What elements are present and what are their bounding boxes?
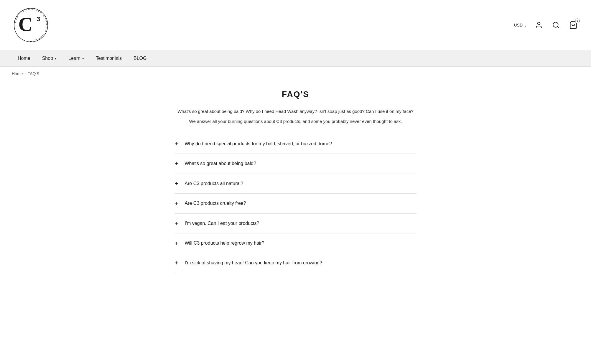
svg-point-2: [30, 41, 32, 42]
faq-intro-line2: We answer all your burning questions abo…: [175, 118, 417, 125]
faq-question-4: I'm vegan. Can I eat your products?: [185, 220, 259, 227]
faq-expand-icon-6: +: [175, 260, 181, 266]
faq-expand-icon-5: +: [175, 240, 181, 246]
cart-count: 0: [575, 19, 580, 23]
account-button[interactable]: [533, 19, 544, 31]
account-icon: [535, 21, 543, 29]
site-header: COMPREHENSIVE CRANIUM CARE C 3 USD ⌄: [0, 0, 591, 50]
nav-item-learn[interactable]: Learn ▾: [62, 50, 90, 66]
faq-expand-icon-2: +: [175, 181, 181, 187]
nav-shop-label: Shop: [42, 56, 53, 61]
faq-question-2: Are C3 products all natural?: [185, 180, 243, 187]
currency-label: USD: [514, 23, 523, 27]
faq-expand-icon-1: +: [175, 161, 181, 167]
svg-line-7: [557, 27, 559, 28]
svg-text:3: 3: [37, 15, 40, 23]
cart-button[interactable]: 0: [567, 19, 579, 31]
shop-chevron-icon: ▾: [55, 57, 57, 60]
faq-question-5: Will C3 products help regrow my hair?: [185, 240, 264, 246]
nav-item-shop[interactable]: Shop ▾: [36, 50, 62, 66]
faq-question-0: Why do I need special products for my ba…: [185, 141, 332, 147]
search-button[interactable]: [550, 19, 562, 31]
faq-expand-icon-3: +: [175, 200, 181, 206]
nav-item-blog[interactable]: BLOG: [128, 50, 152, 66]
nav-blog-label: BLOG: [134, 56, 146, 61]
header-actions: USD ⌄ 0: [514, 19, 579, 31]
faq-item-1[interactable]: + What's so great about being bald?: [175, 154, 417, 174]
main-content: FAQ'S What's so great about being bald? …: [163, 81, 428, 291]
breadcrumb-separator: ›: [24, 72, 26, 76]
faq-item-2[interactable]: + Are C3 products all natural?: [175, 174, 417, 194]
nav-learn-label: Learn: [68, 56, 80, 61]
currency-chevron-icon: ⌄: [524, 23, 527, 27]
faq-item-0[interactable]: + Why do I need special products for my …: [175, 134, 417, 154]
breadcrumb-home-link[interactable]: Home: [12, 71, 23, 76]
faq-expand-icon-4: +: [175, 220, 181, 226]
svg-point-5: [538, 22, 540, 25]
faq-item-4[interactable]: + I'm vegan. Can I eat your products?: [175, 214, 417, 233]
learn-chevron-icon: ▾: [82, 57, 84, 60]
nav-item-testimonials[interactable]: Testimonials: [90, 50, 128, 66]
logo[interactable]: COMPREHENSIVE CRANIUM CARE C 3: [12, 6, 50, 44]
faq-item-5[interactable]: + Will C3 products help regrow my hair?: [175, 233, 417, 253]
nav-home-label: Home: [18, 56, 30, 61]
svg-text:C: C: [18, 13, 33, 35]
faq-question-3: Are C3 products cruelty free?: [185, 200, 246, 207]
search-icon: [552, 21, 560, 29]
page-title: FAQ'S: [175, 90, 417, 99]
breadcrumb-current: FAQ'S: [27, 71, 39, 76]
faq-item-6[interactable]: + I'm sick of shaving my head! Can you k…: [175, 253, 417, 273]
breadcrumb: Home › FAQ'S: [0, 67, 591, 81]
currency-selector[interactable]: USD ⌄: [514, 23, 527, 27]
main-nav: Home Shop ▾ Learn ▾ Testimonials BLOG: [0, 50, 591, 67]
nav-testimonials-label: Testimonials: [96, 56, 122, 61]
faq-intro-line1: What's so great about being bald? Why do…: [175, 108, 417, 115]
logo-circle: COMPREHENSIVE CRANIUM CARE C 3: [12, 6, 50, 44]
faq-question-6: I'm sick of shaving my head! Can you kee…: [185, 260, 322, 266]
faq-question-1: What's so great about being bald?: [185, 160, 256, 167]
faq-item-3[interactable]: + Are C3 products cruelty free?: [175, 194, 417, 213]
faq-list: + Why do I need special products for my …: [175, 134, 417, 273]
nav-item-home[interactable]: Home: [12, 50, 36, 66]
faq-expand-icon-0: +: [175, 141, 181, 147]
